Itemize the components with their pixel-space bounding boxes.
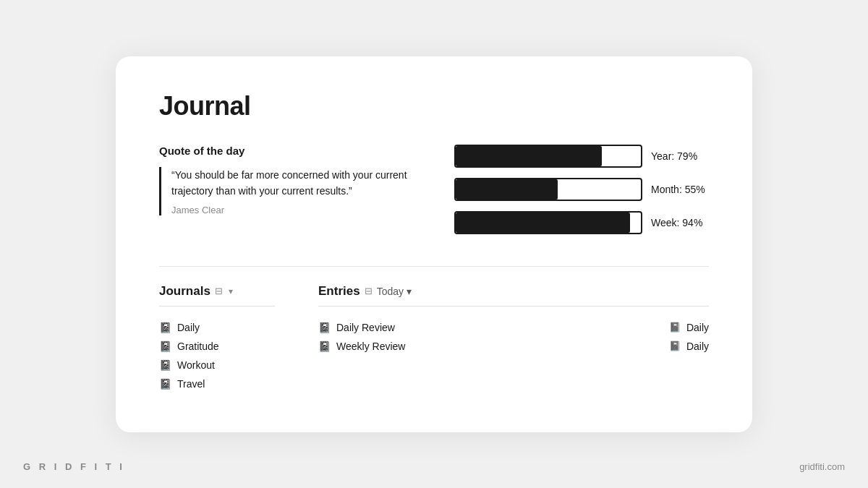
quote-text: “You should be far more concerned with y…: [171, 167, 411, 200]
progress-label: Year: 79%: [651, 150, 709, 162]
journal-item-icon: 📓: [159, 341, 171, 352]
entries-badges-row: 📓Daily Review📓Weekly Review 📓Daily📓Daily: [318, 318, 709, 356]
progress-bar-container: [454, 178, 642, 201]
progress-bar-container: [454, 145, 642, 168]
entry-list-item[interactable]: 📓Weekly Review: [318, 337, 669, 356]
entries-badges: 📓Daily📓Daily: [669, 318, 709, 356]
entry-item-icon: 📓: [318, 322, 331, 333]
entry-item-icon: 📓: [318, 341, 331, 352]
progress-bar-container: [454, 211, 642, 234]
section-divider: [159, 266, 709, 267]
journals-filter-icon[interactable]: ⊟: [215, 286, 223, 296]
badge-icon: 📓: [669, 322, 681, 333]
journals-column: Journals ⊟ ▾ 📓Daily📓Gratitude📓Workout📓Tr…: [159, 284, 275, 393]
journal-item-icon: 📓: [159, 378, 171, 390]
journal-item-label: Daily: [177, 322, 200, 333]
entries-title: Entries: [318, 284, 360, 299]
top-section: Quote of the day “You should be far more…: [159, 145, 709, 234]
journals-title: Journals: [159, 284, 210, 299]
progress-row: Week: 94%: [454, 211, 709, 234]
journal-item-label: Gratitude: [177, 341, 219, 352]
page-title: Journal: [159, 91, 709, 121]
quote-block: “You should be far more concerned with y…: [159, 167, 411, 216]
badge-label: Daily: [686, 341, 709, 352]
entries-column: Entries ⊟ Today ▾ 📓Daily Review📓Weekly R…: [318, 284, 709, 393]
journals-header: Journals ⊟ ▾: [159, 284, 275, 307]
progress-label: Week: 94%: [651, 217, 709, 228]
entry-item-label: Weekly Review: [336, 341, 405, 352]
journal-item-label: Workout: [177, 359, 215, 371]
brand-right: gridfiti.com: [799, 461, 845, 472]
entries-header: Entries ⊟ Today ▾: [318, 284, 709, 307]
quote-author: James Clear: [171, 205, 411, 215]
progress-row: Year: 79%: [454, 145, 709, 168]
bottom-section: Journals ⊟ ▾ 📓Daily📓Gratitude📓Workout📓Tr…: [159, 284, 709, 393]
progress-bar-fill: [456, 213, 630, 233]
entries-filter-icon: ⊟: [365, 286, 373, 296]
brand-left: G R I D F I T I: [23, 461, 125, 472]
entry-item-label: Daily Review: [336, 322, 395, 333]
journal-list-item[interactable]: 📓Gratitude: [159, 337, 275, 356]
entry-badge-item: 📓Daily: [669, 337, 709, 356]
journals-list: 📓Daily📓Gratitude📓Workout📓Travel: [159, 318, 275, 393]
journal-item-icon: 📓: [159, 359, 171, 371]
badge-icon: 📓: [669, 341, 681, 351]
badge-label: Daily: [686, 322, 709, 333]
journals-chevron-icon[interactable]: ▾: [229, 286, 233, 296]
journal-item-label: Travel: [177, 378, 205, 390]
entries-list: 📓Daily Review📓Weekly Review: [318, 318, 669, 356]
progress-row: Month: 55%: [454, 178, 709, 201]
journal-list-item[interactable]: 📓Workout: [159, 356, 275, 374]
progress-section: Year: 79%Month: 55%Week: 94%: [454, 145, 709, 234]
entries-filter-label[interactable]: Today ▾: [377, 286, 412, 297]
journal-item-icon: 📓: [159, 322, 171, 333]
journal-list-item[interactable]: 📓Daily: [159, 318, 275, 337]
app-card: Journal Quote of the day “You should be …: [116, 56, 752, 432]
quote-section: Quote of the day “You should be far more…: [159, 145, 411, 234]
progress-bar-fill: [456, 146, 602, 166]
entry-badge-item: 📓Daily: [669, 318, 709, 337]
quote-label: Quote of the day: [159, 145, 411, 157]
progress-label: Month: 55%: [651, 184, 709, 195]
entry-list-item[interactable]: 📓Daily Review: [318, 318, 669, 337]
journal-list-item[interactable]: 📓Travel: [159, 374, 275, 393]
progress-bar-fill: [456, 179, 558, 200]
